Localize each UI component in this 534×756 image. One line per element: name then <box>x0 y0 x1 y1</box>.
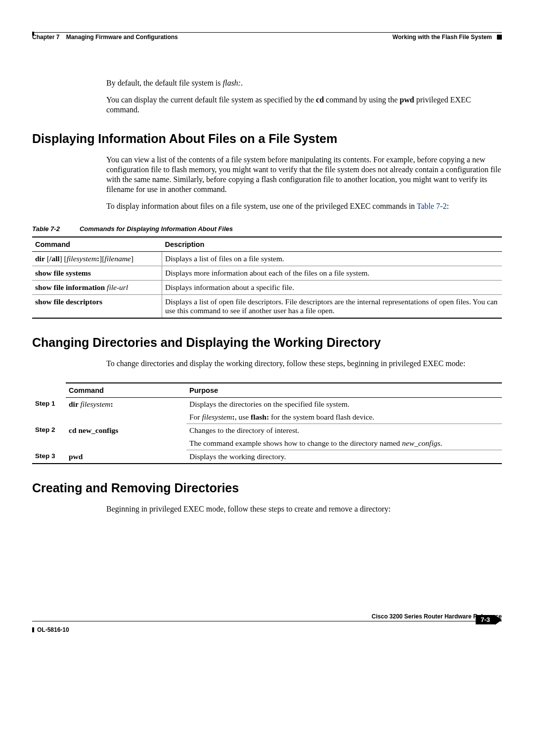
table-row: show file descriptors Displays a list of… <box>32 295 502 319</box>
step-table: Command Purpose Step 1 dir filesystem: D… <box>32 382 502 464</box>
table-row: show file systems Displays more informat… <box>32 266 502 281</box>
step-col-blank <box>32 383 66 398</box>
t72-h-command: Command <box>32 237 162 252</box>
table-row: Step 3 pwd Displays the working director… <box>32 450 502 464</box>
rule-tick <box>32 32 34 36</box>
footer-doc-title: Cisco 3200 Series Router Hardware Refere… <box>32 613 502 620</box>
page-number-badge: 7-3 <box>476 615 495 624</box>
intro-p1: By default, the default file system is f… <box>106 78 502 88</box>
header-right: Working with the Flash File System <box>393 34 502 41</box>
header-square-icon <box>497 35 502 40</box>
table-7-2: Command Description dir [/all] [filesyst… <box>32 236 502 319</box>
section-heading-displaying-info: Displaying Information About Files on a … <box>32 132 502 146</box>
intro-p2: You can display the current default file… <box>106 95 502 115</box>
sec1-p2: To display information about files on a … <box>106 201 502 211</box>
header-left: Chapter 7 Managing Firmware and Configur… <box>32 34 178 41</box>
table-row: Step 1 dir filesystem: Displays the dire… <box>32 398 502 411</box>
chapter-title: Managing Firmware and Configurations <box>66 34 178 41</box>
sec1-p1: You can view a list of the contents of a… <box>106 155 502 194</box>
chapter-num: Chapter 7 <box>32 34 59 41</box>
section-title: Working with the Flash File System <box>393 34 492 41</box>
t72-h-description: Description <box>162 237 502 252</box>
sec3-p1: Beginning in privileged EXEC mode, follo… <box>106 504 502 514</box>
table-7-2-caption: Table 7-2Commands for Displaying Informa… <box>32 225 502 233</box>
table-row: dir [/all] [filesystem:][filename] Displ… <box>32 252 502 266</box>
steptable-h-command: Command <box>66 383 186 398</box>
link-table-7-2[interactable]: Table 7-2 <box>417 202 447 210</box>
section-heading-creating-removing: Creating and Removing Directories <box>32 481 502 495</box>
steptable-h-purpose: Purpose <box>186 383 502 398</box>
footer-ol: OL-5816-10 <box>32 626 69 633</box>
sec2-p1: To change directories and display the wo… <box>106 359 502 369</box>
table-row: Step 2 cd new_configs Changes to the dir… <box>32 424 502 437</box>
table-row: show file information file-url Displays … <box>32 281 502 295</box>
footer-tick-icon <box>32 627 34 632</box>
section-heading-changing-dirs: Changing Directories and Displaying the … <box>32 335 502 350</box>
page-footer: Cisco 3200 Series Router Hardware Refere… <box>32 613 502 633</box>
